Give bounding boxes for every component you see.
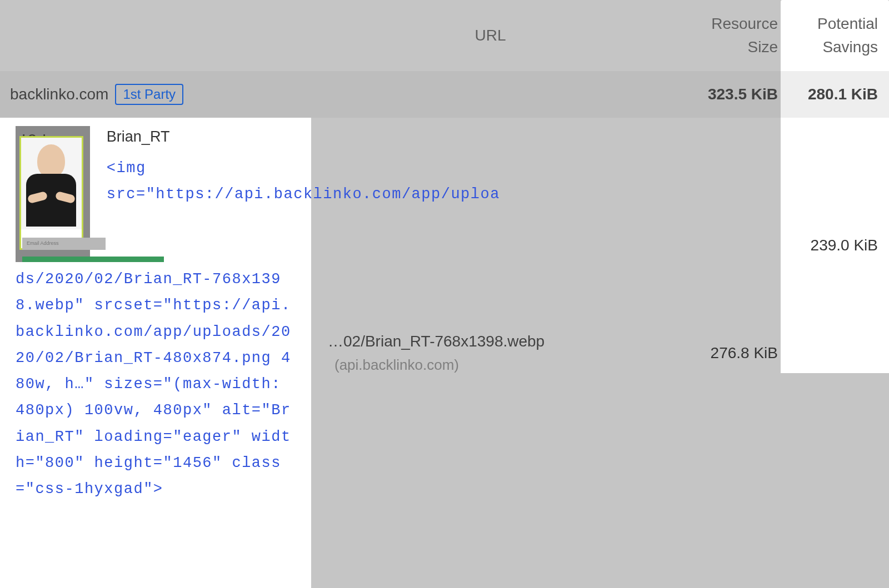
audit-table: URL Resource Size Potential Savings back…: [0, 0, 889, 588]
url-host: (api.backlinko.com): [334, 356, 459, 373]
resource-url-text: …02/Brian_RT-768x1398.webp (api.backlink…: [328, 330, 656, 376]
party-badge: 1st Party: [115, 84, 183, 105]
item-resource-size: 276.8 KiB: [672, 118, 781, 588]
green-bar: [22, 257, 164, 262]
column-header-potential-savings[interactable]: Potential Savings: [781, 0, 889, 71]
resource-url-cell: …02/Brian_RT-768x1398.webp (api.backlink…: [311, 118, 672, 588]
column-header-url[interactable]: URL: [0, 27, 672, 44]
domain-potential-savings: 280.1 KiB: [781, 71, 889, 118]
potential-savings-label-2: Savings: [781, 36, 878, 59]
table-header-row: URL Resource Size Potential Savings: [0, 0, 889, 71]
item-potential-savings: 239.0 KiB: [781, 118, 889, 373]
domain-name: backlinko.com: [10, 86, 108, 103]
code-snippet-part2: ds/2020/02/Brian_RT-768x1398.webp" srcse…: [16, 267, 296, 502]
resource-size-label-1: Resource: [672, 12, 778, 36]
resource-preview-cell: I Only Share With Email Subscribers Emai…: [0, 118, 311, 588]
email-input-preview: Email Address: [22, 238, 106, 250]
column-header-resource-size[interactable]: Resource Size: [672, 12, 781, 59]
resource-item-row[interactable]: I Only Share With Email Subscribers Emai…: [0, 118, 889, 588]
resource-size-label-2: Size: [672, 36, 778, 59]
url-filename: …02/Brian_RT-768x1398.webp: [328, 333, 545, 350]
domain-cell: backlinko.com 1st Party: [0, 84, 672, 105]
item-savings-wrapper: 239.0 KiB: [781, 118, 889, 373]
potential-savings-label-1: Potential: [781, 12, 878, 36]
resource-thumbnail: I Only Share With Email Subscribers Emai…: [16, 126, 90, 262]
person-photo: [19, 136, 83, 250]
domain-resource-size: 323.5 KiB: [672, 86, 781, 103]
domain-summary-row[interactable]: backlinko.com 1st Party 323.5 KiB 280.1 …: [0, 71, 889, 118]
